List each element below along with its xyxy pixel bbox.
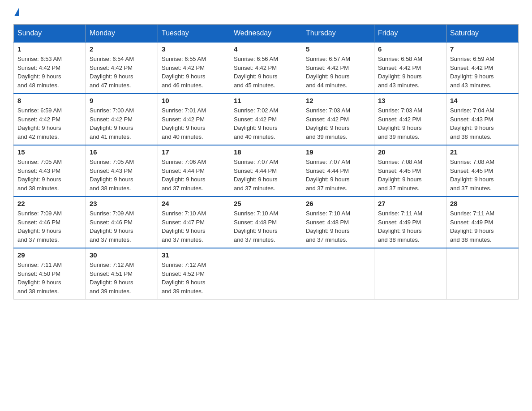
calendar-cell: 11Sunrise: 7:02 AMSunset: 4:42 PMDayligh… (230, 94, 302, 145)
calendar-cell (374, 248, 446, 300)
calendar-cell: 20Sunrise: 7:08 AMSunset: 4:45 PMDayligh… (374, 145, 446, 197)
day-number: 14 (450, 97, 515, 104)
day-number: 16 (90, 148, 154, 156)
day-number: 31 (162, 251, 226, 259)
calendar-cell: 22Sunrise: 7:09 AMSunset: 4:46 PMDayligh… (14, 197, 86, 248)
weekday-header-friday: Friday (374, 25, 446, 43)
calendar-week-row: 29Sunrise: 7:11 AMSunset: 4:50 PMDayligh… (14, 248, 519, 300)
day-number: 20 (378, 148, 442, 156)
day-number: 27 (378, 200, 442, 207)
day-info: Sunrise: 7:08 AMSunset: 4:45 PMDaylight:… (450, 158, 515, 193)
calendar-cell: 18Sunrise: 7:07 AMSunset: 4:44 PMDayligh… (230, 145, 302, 197)
calendar-cell: 29Sunrise: 7:11 AMSunset: 4:50 PMDayligh… (14, 248, 86, 300)
day-info: Sunrise: 7:11 AMSunset: 4:49 PMDaylight:… (378, 209, 442, 244)
day-info: Sunrise: 6:54 AMSunset: 4:42 PMDaylight:… (90, 55, 154, 90)
day-info: Sunrise: 7:06 AMSunset: 4:44 PMDaylight:… (162, 158, 226, 193)
day-info: Sunrise: 6:55 AMSunset: 4:42 PMDaylight:… (162, 55, 226, 90)
day-number: 22 (17, 200, 82, 207)
day-info: Sunrise: 7:11 AMSunset: 4:49 PMDaylight:… (450, 209, 515, 244)
calendar-cell: 10Sunrise: 7:01 AMSunset: 4:42 PMDayligh… (158, 94, 230, 145)
calendar-cell: 2Sunrise: 6:54 AMSunset: 4:42 PMDaylight… (86, 42, 158, 94)
day-number: 24 (162, 200, 226, 207)
day-info: Sunrise: 7:10 AMSunset: 4:48 PMDaylight:… (234, 209, 298, 244)
weekday-header-tuesday: Tuesday (158, 25, 230, 43)
calendar-cell: 19Sunrise: 7:07 AMSunset: 4:44 PMDayligh… (302, 145, 374, 197)
day-info: Sunrise: 6:53 AMSunset: 4:42 PMDaylight:… (17, 55, 82, 90)
calendar-cell: 21Sunrise: 7:08 AMSunset: 4:45 PMDayligh… (446, 145, 519, 197)
calendar-week-row: 1Sunrise: 6:53 AMSunset: 4:42 PMDaylight… (14, 42, 519, 94)
day-number: 13 (378, 97, 442, 104)
calendar-cell: 14Sunrise: 7:04 AMSunset: 4:43 PMDayligh… (446, 94, 519, 145)
day-info: Sunrise: 6:59 AMSunset: 4:42 PMDaylight:… (450, 55, 515, 90)
day-number: 7 (450, 45, 515, 53)
day-info: Sunrise: 7:03 AMSunset: 4:42 PMDaylight:… (378, 106, 442, 141)
day-number: 2 (90, 45, 154, 53)
day-number: 28 (450, 200, 515, 207)
logo (13, 9, 20, 15)
day-number: 23 (90, 200, 154, 207)
day-number: 15 (17, 148, 82, 156)
day-info: Sunrise: 6:58 AMSunset: 4:42 PMDaylight:… (378, 55, 442, 90)
calendar-cell: 13Sunrise: 7:03 AMSunset: 4:42 PMDayligh… (374, 94, 446, 145)
day-info: Sunrise: 7:05 AMSunset: 4:43 PMDaylight:… (17, 158, 82, 193)
day-number: 21 (450, 148, 515, 156)
day-info: Sunrise: 7:10 AMSunset: 4:48 PMDaylight:… (306, 209, 370, 244)
weekday-header-wednesday: Wednesday (230, 25, 302, 43)
day-number: 5 (306, 45, 370, 53)
day-info: Sunrise: 7:07 AMSunset: 4:44 PMDaylight:… (234, 158, 298, 193)
calendar-cell (446, 248, 519, 300)
day-info: Sunrise: 7:00 AMSunset: 4:42 PMDaylight:… (90, 106, 154, 141)
day-number: 1 (17, 45, 82, 53)
day-number: 11 (234, 97, 298, 104)
day-number: 29 (17, 251, 82, 259)
day-info: Sunrise: 6:57 AMSunset: 4:42 PMDaylight:… (306, 55, 370, 90)
header (13, 9, 519, 15)
calendar-cell: 5Sunrise: 6:57 AMSunset: 4:42 PMDaylight… (302, 42, 374, 94)
calendar-cell: 27Sunrise: 7:11 AMSunset: 4:49 PMDayligh… (374, 197, 446, 248)
day-number: 3 (162, 45, 226, 53)
calendar-cell (230, 248, 302, 300)
calendar-cell: 9Sunrise: 7:00 AMSunset: 4:42 PMDaylight… (86, 94, 158, 145)
calendar-cell: 3Sunrise: 6:55 AMSunset: 4:42 PMDaylight… (158, 42, 230, 94)
calendar-cell: 31Sunrise: 7:12 AMSunset: 4:52 PMDayligh… (158, 248, 230, 300)
calendar-cell: 7Sunrise: 6:59 AMSunset: 4:42 PMDaylight… (446, 42, 519, 94)
day-number: 25 (234, 200, 298, 207)
day-info: Sunrise: 7:07 AMSunset: 4:44 PMDaylight:… (306, 158, 370, 193)
calendar-cell: 17Sunrise: 7:06 AMSunset: 4:44 PMDayligh… (158, 145, 230, 197)
day-info: Sunrise: 6:59 AMSunset: 4:42 PMDaylight:… (17, 106, 82, 141)
calendar-cell: 28Sunrise: 7:11 AMSunset: 4:49 PMDayligh… (446, 197, 519, 248)
calendar-table: SundayMondayTuesdayWednesdayThursdayFrid… (13, 24, 519, 300)
day-number: 18 (234, 148, 298, 156)
calendar-cell: 23Sunrise: 7:09 AMSunset: 4:46 PMDayligh… (86, 197, 158, 248)
day-number: 8 (17, 97, 82, 104)
day-number: 9 (90, 97, 154, 104)
day-info: Sunrise: 7:11 AMSunset: 4:50 PMDaylight:… (17, 261, 82, 295)
calendar-cell: 24Sunrise: 7:10 AMSunset: 4:47 PMDayligh… (158, 197, 230, 248)
weekday-header-row: SundayMondayTuesdayWednesdayThursdayFrid… (14, 25, 519, 43)
calendar-cell: 4Sunrise: 6:56 AMSunset: 4:42 PMDaylight… (230, 42, 302, 94)
calendar-cell: 8Sunrise: 6:59 AMSunset: 4:42 PMDaylight… (14, 94, 86, 145)
day-info: Sunrise: 7:05 AMSunset: 4:43 PMDaylight:… (90, 158, 154, 193)
day-info: Sunrise: 7:04 AMSunset: 4:43 PMDaylight:… (450, 106, 515, 141)
day-info: Sunrise: 7:09 AMSunset: 4:46 PMDaylight:… (17, 209, 82, 244)
day-info: Sunrise: 6:56 AMSunset: 4:42 PMDaylight:… (234, 55, 298, 90)
day-number: 17 (162, 148, 226, 156)
logo-triangle-icon (14, 8, 19, 16)
calendar-cell (302, 248, 374, 300)
calendar-week-row: 8Sunrise: 6:59 AMSunset: 4:42 PMDaylight… (14, 94, 519, 145)
day-info: Sunrise: 7:12 AMSunset: 4:52 PMDaylight:… (162, 261, 226, 295)
day-info: Sunrise: 7:02 AMSunset: 4:42 PMDaylight:… (234, 106, 298, 141)
calendar-cell: 30Sunrise: 7:12 AMSunset: 4:51 PMDayligh… (86, 248, 158, 300)
calendar-cell: 16Sunrise: 7:05 AMSunset: 4:43 PMDayligh… (86, 145, 158, 197)
calendar-week-row: 15Sunrise: 7:05 AMSunset: 4:43 PMDayligh… (14, 145, 519, 197)
day-info: Sunrise: 7:09 AMSunset: 4:46 PMDaylight:… (90, 209, 154, 244)
calendar-cell: 6Sunrise: 6:58 AMSunset: 4:42 PMDaylight… (374, 42, 446, 94)
day-number: 4 (234, 45, 298, 53)
weekday-header-saturday: Saturday (446, 25, 519, 43)
day-number: 26 (306, 200, 370, 207)
day-info: Sunrise: 7:03 AMSunset: 4:42 PMDaylight:… (306, 106, 370, 141)
calendar-cell: 1Sunrise: 6:53 AMSunset: 4:42 PMDaylight… (14, 42, 86, 94)
day-info: Sunrise: 7:12 AMSunset: 4:51 PMDaylight:… (90, 261, 154, 295)
day-number: 6 (378, 45, 442, 53)
weekday-header-sunday: Sunday (14, 25, 86, 43)
